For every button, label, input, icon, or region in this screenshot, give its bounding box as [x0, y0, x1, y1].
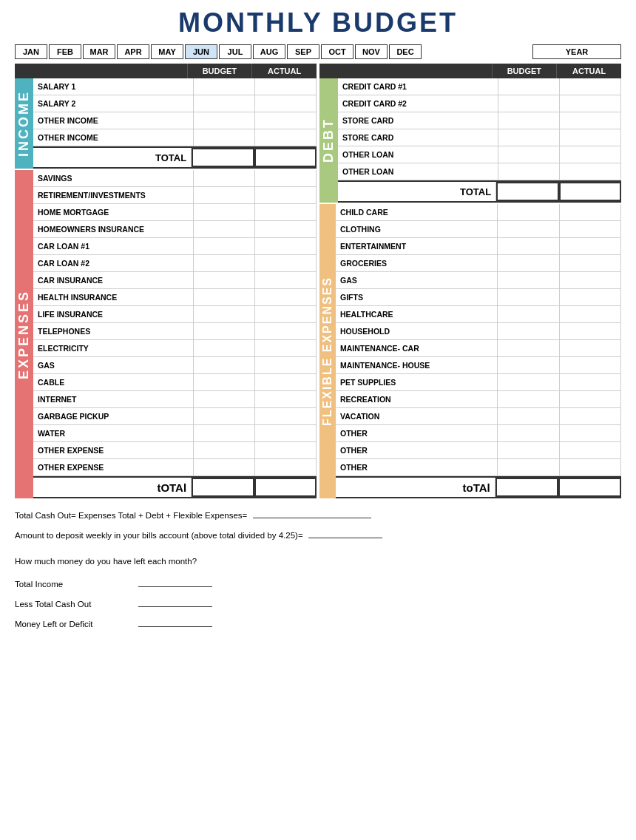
flex-budget-mainhouse[interactable]: [498, 357, 559, 373]
exp-actual-water[interactable]: [255, 425, 317, 441]
exp-actual-cable[interactable]: [255, 374, 317, 390]
debt-actual-cc2[interactable]: [560, 95, 621, 112]
exp-budget-carloan1[interactable]: [194, 238, 255, 254]
flex-budget-clothing[interactable]: [498, 221, 559, 237]
exp-actual-carloan1[interactable]: [255, 238, 317, 254]
exp-actual-internet[interactable]: [255, 391, 317, 407]
flex-budget-entertainment[interactable]: [498, 238, 559, 254]
exp-budget-telephones[interactable]: [194, 323, 255, 339]
income-budget-2[interactable]: [194, 95, 255, 112]
flex-budget-maincar[interactable]: [498, 340, 559, 356]
debt-budget-cc1[interactable]: [498, 78, 560, 95]
exp-actual-homeowners[interactable]: [255, 221, 317, 237]
exp-actual-savings[interactable]: [255, 170, 317, 186]
debt-budget-cc2[interactable]: [498, 95, 560, 112]
month-tab-nov[interactable]: NOV: [355, 44, 388, 59]
flexible-total-actual[interactable]: [558, 478, 621, 497]
flex-actual-petsupplies[interactable]: [560, 374, 621, 390]
expenses-total-actual[interactable]: [254, 478, 317, 497]
exp-budget-savings[interactable]: [194, 170, 255, 186]
exp-budget-internet[interactable]: [194, 391, 255, 407]
flex-actual-gifts[interactable]: [560, 289, 621, 305]
flex-actual-other3[interactable]: [560, 459, 621, 475]
flex-budget-vacation[interactable]: [498, 408, 559, 424]
month-tab-jul[interactable]: JUL: [219, 44, 251, 59]
debt-actual-loan1[interactable]: [560, 146, 621, 163]
exp-actual-carloan2[interactable]: [255, 255, 317, 271]
income-actual-2[interactable]: [255, 95, 317, 112]
debt-budget-loan1[interactable]: [498, 146, 560, 163]
month-tab-oct[interactable]: OCT: [321, 44, 353, 59]
month-tab-apr[interactable]: APR: [117, 44, 149, 59]
flex-actual-vacation[interactable]: [560, 408, 621, 424]
flex-actual-other2[interactable]: [560, 442, 621, 458]
exp-budget-life[interactable]: [194, 306, 255, 322]
exp-actual-health[interactable]: [255, 289, 317, 305]
debt-actual-store1[interactable]: [560, 112, 621, 129]
flex-budget-gas[interactable]: [498, 272, 559, 288]
flex-actual-household[interactable]: [560, 323, 621, 339]
month-tab-sep[interactable]: SEP: [287, 44, 319, 59]
month-tab-jan[interactable]: JAN: [15, 44, 47, 59]
year-box[interactable]: YEAR: [532, 44, 621, 59]
debt-budget-store2[interactable]: [498, 129, 560, 146]
flex-budget-other3[interactable]: [498, 459, 559, 475]
flex-budget-healthcare[interactable]: [498, 306, 559, 322]
expenses-total-budget[interactable]: [192, 478, 254, 497]
flex-budget-gifts[interactable]: [498, 289, 559, 305]
exp-actual-other1[interactable]: [255, 442, 317, 458]
income-budget-1[interactable]: [194, 78, 255, 95]
flex-budget-other2[interactable]: [498, 442, 559, 458]
flex-actual-gas[interactable]: [560, 272, 621, 288]
flex-actual-other1[interactable]: [560, 425, 621, 441]
debt-actual-store2[interactable]: [560, 129, 621, 146]
income-budget-3[interactable]: [194, 112, 255, 129]
exp-budget-other2[interactable]: [194, 459, 255, 475]
exp-actual-other2[interactable]: [255, 459, 317, 475]
exp-budget-gas[interactable]: [194, 357, 255, 373]
income-total-actual[interactable]: [254, 148, 317, 167]
debt-actual-cc1[interactable]: [560, 78, 621, 95]
income-actual-4[interactable]: [255, 129, 317, 146]
exp-actual-garbage[interactable]: [255, 408, 317, 424]
debt-total-budget[interactable]: [496, 182, 558, 201]
exp-budget-garbage[interactable]: [194, 408, 255, 424]
month-tab-jun[interactable]: JUN: [185, 44, 217, 59]
exp-budget-electricity[interactable]: [194, 340, 255, 356]
exp-actual-retirement[interactable]: [255, 187, 317, 203]
flex-budget-childcare[interactable]: [498, 204, 559, 220]
flex-actual-entertainment[interactable]: [560, 238, 621, 254]
exp-budget-retirement[interactable]: [194, 187, 255, 203]
exp-actual-gas[interactable]: [255, 357, 317, 373]
flex-actual-recreation[interactable]: [560, 391, 621, 407]
exp-budget-carloan2[interactable]: [194, 255, 255, 271]
exp-actual-electricity[interactable]: [255, 340, 317, 356]
income-total-budget[interactable]: [192, 148, 254, 167]
exp-budget-cable[interactable]: [194, 374, 255, 390]
exp-actual-telephones[interactable]: [255, 323, 317, 339]
exp-budget-health[interactable]: [194, 289, 255, 305]
exp-budget-carinsurance[interactable]: [194, 272, 255, 288]
flex-actual-clothing[interactable]: [560, 221, 621, 237]
month-tab-feb[interactable]: FEB: [49, 44, 81, 59]
flex-budget-groceries[interactable]: [498, 255, 559, 271]
cashout-field[interactable]: [253, 508, 371, 518]
exp-budget-other1[interactable]: [194, 442, 255, 458]
money-left-field[interactable]: [138, 617, 212, 627]
flex-budget-household[interactable]: [498, 323, 559, 339]
debt-total-actual[interactable]: [559, 182, 621, 201]
month-tab-aug[interactable]: AUG: [253, 44, 285, 59]
income-budget-4[interactable]: [194, 129, 255, 146]
exp-budget-homeowners[interactable]: [194, 221, 255, 237]
flex-actual-mainhouse[interactable]: [560, 357, 621, 373]
exp-actual-mortgage[interactable]: [255, 204, 317, 220]
flexible-total-budget[interactable]: [495, 478, 558, 497]
flex-actual-maincar[interactable]: [560, 340, 621, 356]
exp-budget-water[interactable]: [194, 425, 255, 441]
flex-budget-recreation[interactable]: [498, 391, 559, 407]
exp-actual-life[interactable]: [255, 306, 317, 322]
exp-budget-mortgage[interactable]: [194, 204, 255, 220]
month-tab-dec[interactable]: DEC: [389, 44, 422, 59]
less-cashout-field[interactable]: [138, 597, 212, 607]
exp-actual-carinsurance[interactable]: [255, 272, 317, 288]
